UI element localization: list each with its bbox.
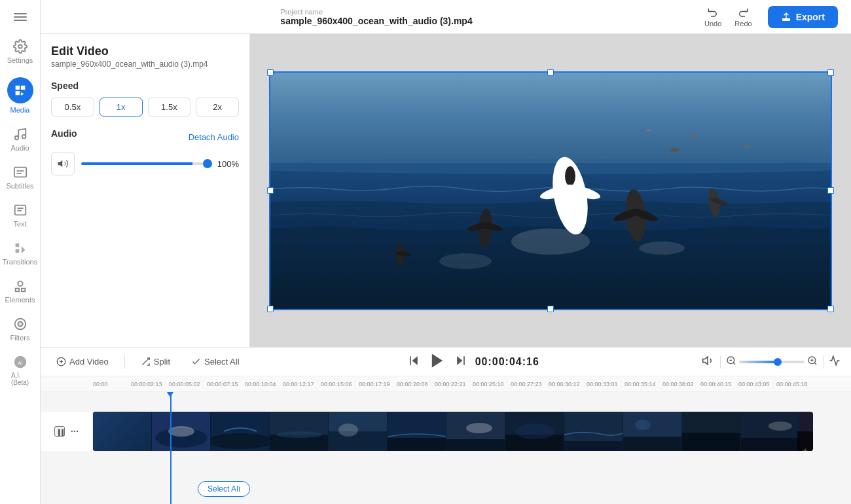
volume-icon[interactable] — [702, 354, 715, 370]
sidebar-item-text[interactable]: Text — [2, 198, 39, 233]
top-bar-actions: Undo Redo Export — [699, 4, 838, 30]
sidebar-item-subtitles-label: Subtitles — [6, 182, 33, 190]
track-pause-button[interactable] — [54, 426, 65, 437]
sidebar-item-ai-label: A.I.(Beta) — [11, 372, 29, 386]
add-video-button[interactable]: Add Video — [51, 354, 114, 369]
sidebar: Settings Media Audio Subtitles Text Tran… — [0, 0, 41, 504]
track-end-controls — [797, 431, 813, 451]
svg-text:AI: AI — [18, 360, 22, 366]
media-icon-bg — [7, 77, 33, 103]
svg-rect-90 — [682, 433, 741, 451]
svg-marker-49 — [432, 354, 443, 368]
project-title: sample_960x400_ocean_with_audio (3).mp4 — [280, 16, 472, 26]
menu-icon[interactable] — [9, 5, 32, 31]
speed-1.5x[interactable]: 1.5x — [148, 98, 191, 117]
sidebar-item-subtitles[interactable]: Subtitles — [2, 160, 39, 195]
audio-control: 100% — [51, 152, 239, 175]
svg-marker-52 — [703, 357, 708, 365]
export-button[interactable]: Export — [768, 6, 838, 28]
svg-point-75 — [338, 423, 358, 437]
sidebar-item-transitions[interactable]: Transitions — [2, 236, 39, 271]
add-video-label: Add Video — [69, 357, 109, 367]
svg-rect-80 — [446, 439, 505, 451]
project-label: Project name — [280, 8, 472, 16]
svg-point-24 — [439, 253, 492, 269]
waveform-icon[interactable] — [829, 355, 841, 369]
svg-point-27 — [565, 166, 575, 186]
undo-button[interactable]: Undo — [699, 4, 727, 30]
svg-rect-14 — [21, 289, 25, 292]
timeline-section: Add Video Split Select All — [41, 347, 851, 504]
sidebar-item-elements[interactable]: Elements — [2, 274, 39, 309]
select-all-button[interactable]: Select All — [186, 354, 244, 369]
sidebar-item-filters[interactable]: Filters — [2, 312, 39, 347]
detach-audio-button[interactable]: Detach Audio — [189, 132, 239, 142]
sidebar-item-audio-label: Audio — [10, 144, 29, 152]
svg-rect-77 — [388, 438, 446, 451]
audio-slider-container: 100% — [81, 159, 239, 169]
preview-area — [250, 34, 851, 347]
svg-rect-48 — [410, 356, 411, 365]
video-frame — [269, 71, 832, 310]
undo-label: Undo — [704, 20, 721, 27]
timeline-tracks[interactable]: Select AIi — [41, 392, 851, 504]
toolbar-separator-2 — [720, 355, 721, 369]
toolbar-separator-3 — [823, 355, 824, 369]
video-preview — [269, 71, 832, 310]
svg-rect-6 — [14, 168, 26, 177]
svg-rect-2 — [14, 20, 27, 21]
play-button[interactable] — [428, 351, 446, 372]
track-area: Select AIi — [41, 392, 851, 504]
split-button[interactable]: Split — [136, 354, 175, 369]
speed-1x[interactable]: 1x — [100, 98, 143, 117]
sidebar-item-elements-label: Elements — [5, 296, 35, 304]
svg-point-92 — [769, 422, 792, 431]
svg-point-22 — [269, 158, 832, 174]
select-ai-button[interactable]: Select AIi — [198, 481, 250, 497]
zoom-in-icon[interactable] — [807, 355, 818, 369]
svg-point-79 — [466, 423, 492, 433]
svg-point-25 — [639, 242, 685, 255]
sidebar-item-media-label: Media — [10, 106, 30, 114]
timeline-ruler: 00:00 00:00:02:13 00:00:05:02 00:00:07:1… — [41, 376, 851, 392]
sidebar-item-media[interactable]: Media — [2, 72, 39, 119]
sidebar-item-audio[interactable]: Audio — [2, 122, 39, 157]
svg-point-63 — [77, 431, 77, 431]
zoom-out-icon[interactable] — [726, 355, 736, 369]
svg-rect-13 — [15, 289, 19, 292]
svg-point-5 — [22, 135, 26, 139]
sidebar-item-ai[interactable]: AI A.I.(Beta) — [2, 350, 39, 391]
svg-rect-93 — [741, 438, 800, 451]
svg-point-83 — [515, 423, 554, 439]
svg-point-43 — [646, 129, 651, 131]
svg-point-87 — [635, 420, 651, 430]
project-name-section: Project name sample_960x400_ocean_with_a… — [280, 8, 472, 26]
speed-2x[interactable]: 2x — [196, 98, 239, 117]
svg-rect-88 — [623, 437, 682, 451]
sidebar-item-settings[interactable]: Settings — [2, 34, 39, 69]
audio-mute-button[interactable] — [51, 152, 75, 175]
split-label: Split — [154, 357, 170, 367]
svg-point-64 — [71, 431, 72, 431]
sidebar-item-settings-label: Settings — [7, 56, 33, 64]
svg-marker-50 — [457, 356, 462, 365]
edit-panel: Edit Video sample_960x400_ocean_with_aud… — [41, 34, 250, 347]
sidebar-item-text-label: Text — [13, 220, 26, 228]
svg-point-12 — [18, 281, 22, 286]
rewind-button[interactable] — [407, 354, 420, 369]
sidebar-item-transitions-label: Transitions — [3, 258, 37, 266]
track-more-icon — [70, 427, 79, 436]
speed-0.5x[interactable]: 0.5x — [51, 98, 94, 117]
zoom-slider[interactable] — [739, 361, 805, 363]
undo-redo-group: Undo Redo — [699, 4, 757, 30]
redo-button[interactable]: Redo — [729, 4, 757, 30]
video-canvas — [250, 34, 851, 347]
svg-rect-0 — [14, 13, 27, 14]
sidebar-item-filters-label: Filters — [10, 334, 30, 342]
forward-button[interactable] — [454, 354, 467, 369]
audio-volume-slider[interactable] — [81, 162, 212, 165]
redo-label: Redo — [734, 20, 751, 27]
svg-point-72 — [276, 431, 322, 438]
svg-point-69 — [211, 433, 270, 449]
timeline-right-controls — [702, 354, 841, 370]
